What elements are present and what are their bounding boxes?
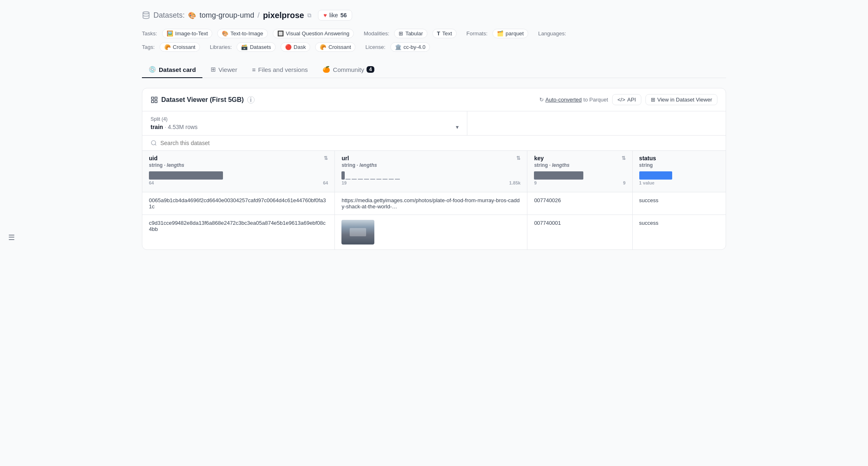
row2-key: 007740001 [527,215,632,250]
auto-converted-notice: ↻ Auto-converted to Parquet [539,97,608,103]
row2-url-cell [341,220,520,245]
split-section: Split (4) train · 4.53M rows ▾ [142,111,726,136]
split-name: train [151,124,163,130]
tags-row: Tags: 🥐 Croissant Libraries: 🗃️ Datasets… [142,42,726,52]
database-icon [142,11,150,19]
library-datasets[interactable]: 🗃️ Datasets [237,42,275,52]
like-count: 56 [341,12,347,18]
col-key-type: string · lengths [534,162,625,168]
text-modality-icon: T [437,30,440,37]
split-selector[interactable]: Split (4) train · 4.53M rows ▾ [142,111,467,135]
view-label: View in Dataset Viewer [657,97,712,103]
tab-viewer[interactable]: ⊞ Viewer [204,62,244,78]
library-dask[interactable]: 🔴 Dask [281,42,311,52]
api-label: API [627,97,636,103]
copy-icon[interactable]: ⧉ [307,12,311,19]
croissant-label-tag: Croissant [173,44,195,50]
svg-point-5 [151,141,155,145]
svg-rect-3 [151,100,153,102]
tab-dataset-card[interactable]: 💿 Dataset card [142,62,202,78]
url-sort-icon[interactable]: ⇅ [516,155,520,161]
url-bar-left [341,171,345,180]
like-button[interactable]: ♥ like 56 [318,10,352,21]
uid-bar-labels: 64 64 [149,180,328,185]
tab-community[interactable]: 🍊 Community 4 [316,62,381,78]
auto-converted-link[interactable]: Auto-converted [545,97,582,103]
search-input[interactable] [160,140,717,146]
col-status-type: string [639,162,719,168]
viewer-title: Dataset Viewer (First 5GB) i [151,96,255,104]
col-url: url ⇅ string · lengths [335,151,527,192]
uid-sort-icon[interactable]: ⇅ [324,155,328,161]
license-value[interactable]: 🏛️ cc-by-4.0 [390,42,430,52]
text-modality-label: Text [442,30,452,37]
community-icon: 🍊 [323,66,330,73]
datasets-label: Datasets: [153,11,185,20]
row2-status: success [632,215,726,250]
table-row: 0065a9b1cb4da4696f2cd6640e00304257cafd97… [142,192,726,215]
col-status-label: status [639,155,656,161]
library-croissant[interactable]: 🥐 Croissant [315,42,355,52]
tabular-icon: ⊞ [399,30,403,37]
view-in-dataset-viewer-button[interactable]: ⊞ View in Dataset Viewer [645,94,717,105]
tabular-label: Tabular [405,30,423,37]
parquet-label: parquet [506,30,524,37]
org-name[interactable]: tomg-group-umd [200,11,254,20]
languages-label: Languages: [538,30,566,37]
text-to-image-icon: 🎨 [222,30,228,37]
uid-bar [149,171,223,180]
modality-text[interactable]: T Text [432,29,457,38]
repo-name[interactable]: pixelprose [263,11,304,20]
key-sort-icon[interactable]: ⇅ [622,155,626,161]
status-bar-labels: 1 value [639,180,719,185]
row1-uid: 0065a9b1cb4da4696f2cd6640e00304257cafd97… [142,192,335,215]
parquet-icon: 🗂️ [497,30,504,37]
tab-files-versions[interactable]: ≡ Files and versions [246,62,315,78]
community-badge: 4 [367,66,374,73]
svg-rect-1 [151,97,153,99]
api-button[interactable]: </> API [612,94,641,105]
task-image-to-text[interactable]: 🖼️ Image-to-Text [162,29,212,38]
heart-icon: ♥ [323,12,327,18]
task-text-to-image[interactable]: 🎨 Text-to-Image [217,29,267,38]
col-uid-label: uid [149,155,158,161]
external-icon: ⊞ [651,97,655,103]
url-bar-chart: 19 1.85k [341,171,520,188]
viewer-card: Dataset Viewer (First 5GB) i ↻ Auto-conv… [142,88,726,250]
dask-label: Dask [294,44,306,50]
text-to-image-label: Text-to-Image [230,30,263,37]
row1-status: success [632,192,726,215]
col-key: key ⇅ string · lengths 9 9 [527,151,632,192]
row2-uid: c9d31cce99482e8da13f6a868e2472c3bc3ea05a… [142,215,335,250]
hamburger-menu[interactable]: ☰ [8,233,15,242]
vqa-label: Visual Question Answering [286,30,349,37]
row2-thumbnail [341,220,374,245]
format-parquet[interactable]: 🗂️ parquet [492,29,528,38]
viewer-icon: ⊞ [211,66,216,73]
key-bar-labels: 9 9 [534,180,625,185]
files-label: Files and versions [258,66,308,73]
modality-tabular[interactable]: ⊞ Tabular [394,29,427,38]
split-dropdown[interactable]: train · 4.53M rows ▾ [151,124,459,130]
to-parquet-text: to Parquet [583,97,608,103]
viewer-actions: ↻ Auto-converted to Parquet </> API ⊞ Vi… [539,94,717,105]
info-icon[interactable]: i [247,96,255,104]
datasets-label-lib: Datasets [250,44,271,50]
search-icon [151,140,157,146]
community-label: Community [333,66,364,73]
chevron-down-icon: ▾ [456,124,459,130]
split-right-panel [467,111,726,135]
task-vqa[interactable]: 🔲 Visual Question Answering [273,29,354,38]
image-to-text-label: Image-to-Text [175,30,208,37]
col-url-label: url [341,155,349,161]
dask-icon: 🔴 [285,44,292,50]
tag-croissant[interactable]: 🥐 Croissant [160,42,200,52]
path-slash: / [258,11,260,20]
col-status: status string 1 value [632,151,726,192]
datasets-icon: 🗃️ [241,44,248,50]
col-uid-type: string · lengths [149,162,328,168]
tags-label: Tags: [142,44,155,50]
row1-url: https://media.gettyimages.com/photos/pla… [335,192,527,215]
tasks-label: Tasks: [142,30,157,37]
formats-label: Formats: [466,30,487,37]
